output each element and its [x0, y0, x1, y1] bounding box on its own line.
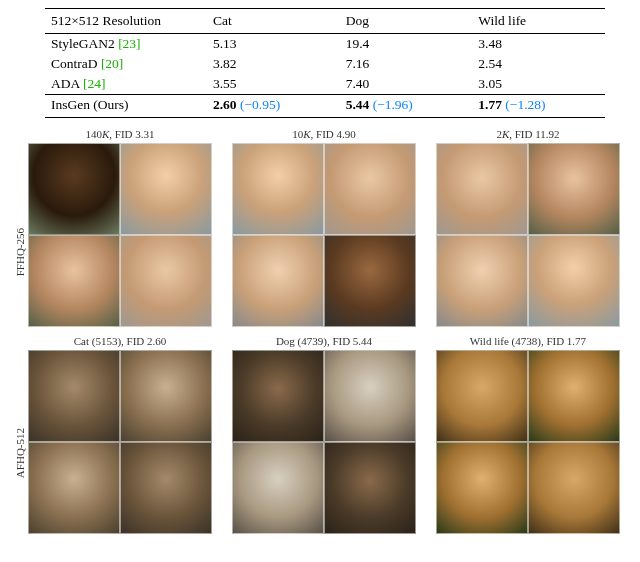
header-dog: Dog [340, 9, 473, 34]
block-caption: 140K, FID 3.31 [85, 128, 154, 140]
block-caption: Cat (5153), FID 2.60 [74, 335, 167, 347]
method-name: StyleGAN2 [51, 36, 115, 51]
sample-image [120, 350, 212, 442]
sample-image [528, 350, 620, 442]
image-quad [232, 143, 416, 327]
results-table: 512×512 Resolution Cat Dog Wild life Sty… [45, 8, 605, 118]
sample-image [528, 442, 620, 534]
image-quad [436, 143, 620, 327]
sample-image [528, 235, 620, 327]
citation: [23] [118, 36, 141, 51]
sample-image [324, 235, 416, 327]
afhq-block-dog: Dog (4739), FID 5.44 [232, 335, 416, 534]
image-quad [436, 350, 620, 534]
value-cell: 3.55 [207, 74, 340, 95]
sample-image [436, 442, 528, 534]
table-header-row: 512×512 Resolution Cat Dog Wild life [45, 9, 605, 34]
sample-image [528, 143, 620, 235]
sample-image [28, 442, 120, 534]
block-caption: 10K, FID 4.90 [292, 128, 356, 140]
header-wild: Wild life [472, 9, 605, 34]
ffhq-block-140k: 140K, FID 3.31 [28, 128, 212, 327]
table-row: ADA [24] 3.55 7.40 3.05 [45, 74, 605, 95]
block-caption: Wild life (4738), FID 1.77 [470, 335, 586, 347]
afhq-block-wild: Wild life (4738), FID 1.77 [436, 335, 620, 534]
caption-size: 10 [292, 128, 303, 140]
qualitative-grid: FFHQ-256 140K, FID 3.31 10K, FID 4.90 [28, 128, 622, 534]
header-resolution: 512×512 Resolution [45, 9, 207, 34]
method-name: ContraD [51, 56, 98, 71]
row-label-ffhq: FFHQ-256 [14, 228, 28, 276]
sample-image [28, 350, 120, 442]
row-label-afhq: AFHQ-512 [14, 428, 28, 478]
value-cell-ours: 1.77 (−1.28) [472, 95, 605, 118]
value-cell: 3.48 [472, 34, 605, 55]
citation: [20] [101, 56, 124, 71]
value-cell-ours: 5.44 (−1.96) [340, 95, 473, 118]
sample-image [324, 350, 416, 442]
sample-image [232, 235, 324, 327]
value-cell: 7.16 [340, 54, 473, 74]
value-cell: 3.82 [207, 54, 340, 74]
citation: [24] [83, 76, 106, 91]
image-quad [232, 350, 416, 534]
sample-image [436, 235, 528, 327]
table-row: ContraD [20] 3.82 7.16 2.54 [45, 54, 605, 74]
method-cell: ADA [24] [45, 74, 207, 95]
ours-delta: (−1.96) [373, 97, 413, 112]
image-quad [28, 350, 212, 534]
sample-image [28, 143, 120, 235]
sample-image [324, 143, 416, 235]
caption-fid: , FID 4.90 [311, 128, 356, 140]
ours-value: 5.44 [346, 97, 370, 112]
ours-value: 1.77 [478, 97, 502, 112]
sample-image [232, 350, 324, 442]
sample-image [232, 143, 324, 235]
method-name: ADA [51, 76, 80, 91]
method-cell-ours: InsGen (Ours) [45, 95, 207, 118]
afhq-row: Cat (5153), FID 2.60 Dog (4739), FID 5.4… [28, 335, 622, 534]
value-cell: 3.05 [472, 74, 605, 95]
ours-delta: (−1.28) [505, 97, 545, 112]
image-quad [28, 143, 212, 327]
caption-sizeunit: K [303, 128, 310, 140]
caption-size: 140 [85, 128, 102, 140]
value-cell: 5.13 [207, 34, 340, 55]
value-cell: 19.4 [340, 34, 473, 55]
ours-value: 2.60 [213, 97, 237, 112]
sample-image [120, 143, 212, 235]
ours-delta: (−0.95) [240, 97, 280, 112]
ffhq-block-10k: 10K, FID 4.90 [232, 128, 416, 327]
table-row-ours: InsGen (Ours) 2.60 (−0.95) 5.44 (−1.96) … [45, 95, 605, 118]
header-cat: Cat [207, 9, 340, 34]
block-caption: Dog (4739), FID 5.44 [276, 335, 372, 347]
ffhq-row: 140K, FID 3.31 10K, FID 4.90 [28, 128, 622, 327]
sample-image [436, 350, 528, 442]
sample-image [436, 143, 528, 235]
sample-image [120, 442, 212, 534]
value-cell: 2.54 [472, 54, 605, 74]
table-row: StyleGAN2 [23] 5.13 19.4 3.48 [45, 34, 605, 55]
block-caption: 2K, FID 11.92 [496, 128, 559, 140]
sample-image [232, 442, 324, 534]
sample-image [324, 442, 416, 534]
sample-image [28, 235, 120, 327]
caption-fid: , FID 11.92 [509, 128, 559, 140]
ffhq-block-2k: 2K, FID 11.92 [436, 128, 620, 327]
caption-fid: , FID 3.31 [109, 128, 154, 140]
value-cell-ours: 2.60 (−0.95) [207, 95, 340, 118]
sample-image [120, 235, 212, 327]
afhq-block-cat: Cat (5153), FID 2.60 [28, 335, 212, 534]
value-cell: 7.40 [340, 74, 473, 95]
method-cell: ContraD [20] [45, 54, 207, 74]
method-cell: StyleGAN2 [23] [45, 34, 207, 55]
